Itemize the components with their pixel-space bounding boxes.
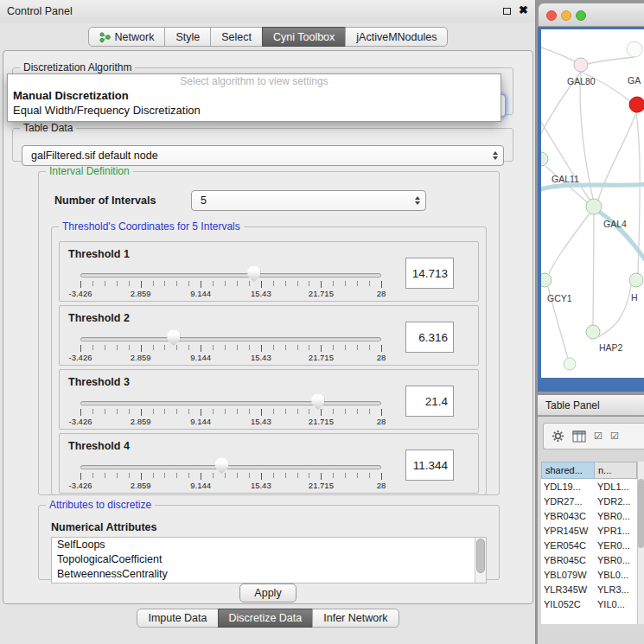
tick-mark bbox=[80, 473, 81, 480]
table-cell[interactable]: YER0... bbox=[595, 538, 637, 552]
attributes-scrollbar[interactable] bbox=[475, 538, 486, 583]
intervals-select[interactable]: 5 bbox=[191, 190, 426, 211]
table-cell[interactable]: YLR3... bbox=[595, 582, 637, 596]
tab-infer-network[interactable]: Infer Network bbox=[312, 609, 399, 628]
column-header[interactable]: n... bbox=[595, 462, 637, 479]
table-data-select[interactable]: galFiltered.sif default node bbox=[22, 145, 504, 166]
table-cell[interactable]: YDL19... bbox=[541, 479, 595, 494]
slider-thumb[interactable] bbox=[247, 266, 260, 282]
threshold-slider[interactable]: -3.4262.8599.14415.4321.71528 bbox=[80, 392, 381, 429]
threshold-value-field[interactable]: 14.713 bbox=[405, 258, 454, 289]
tab-network[interactable]: Network bbox=[88, 27, 166, 47]
tab-jactivemnodules[interactable]: jActiveMNodules bbox=[345, 27, 448, 47]
table-cell[interactable]: YIL052C bbox=[541, 596, 595, 611]
threshold-slider[interactable]: -3.4262.8599.14415.4321.71528 bbox=[80, 328, 381, 365]
float-window-icon[interactable] bbox=[503, 8, 511, 15]
algorithm-option[interactable]: Equal Width/Frequency Discretization bbox=[8, 103, 501, 118]
table-cell[interactable]: YDL1... bbox=[595, 479, 637, 494]
mac-minimize-button[interactable] bbox=[561, 10, 571, 21]
threshold-slider[interactable]: -3.4262.8599.14415.4321.71528 bbox=[80, 265, 381, 301]
table-cell[interactable]: YLR345W bbox=[541, 582, 595, 596]
network-window: GAL80GAGAL11GAL4GCY1HHAP2 bbox=[538, 3, 644, 392]
threshold-value-field[interactable]: 11.344 bbox=[405, 450, 454, 481]
algorithm-option[interactable]: Manual Discretization bbox=[8, 88, 501, 103]
network-node[interactable] bbox=[564, 358, 576, 370]
table-row[interactable]: YIL052CYIL0... bbox=[541, 596, 637, 611]
tab-impute-data[interactable]: Impute Data bbox=[137, 609, 218, 628]
slider-track[interactable] bbox=[80, 337, 381, 341]
mac-close-button[interactable] bbox=[546, 10, 557, 21]
table-cell[interactable]: YBR045C bbox=[541, 552, 595, 567]
table-cell[interactable]: YBL0... bbox=[595, 567, 637, 582]
slider-thumb[interactable] bbox=[311, 394, 324, 410]
table-cell[interactable]: YPR1... bbox=[595, 523, 637, 538]
network-node[interactable] bbox=[574, 58, 588, 72]
slider-track[interactable] bbox=[80, 401, 381, 405]
table-cell[interactable]: YPR145W bbox=[541, 523, 595, 538]
tick-mark bbox=[381, 473, 382, 480]
network-node-label: HAP2 bbox=[599, 342, 623, 353]
threshold-slider[interactable]: -3.4262.8599.14415.4321.71528 bbox=[80, 456, 381, 493]
attribute-item[interactable]: TopologicalCoefficient bbox=[52, 552, 486, 567]
network-node[interactable] bbox=[627, 41, 642, 57]
scale-label: 28 bbox=[377, 481, 386, 490]
table-scrollbar[interactable] bbox=[637, 462, 644, 624]
scale-label: 15.43 bbox=[251, 353, 271, 362]
screen: Control Panel ✖ NetworkStyleSelectCyni T… bbox=[0, 0, 644, 644]
tab-discretize-data[interactable]: Discretize Data bbox=[218, 609, 314, 628]
attribute-item[interactable]: SelfLoops bbox=[52, 538, 486, 552]
table-cell[interactable]: YDR2... bbox=[595, 494, 637, 508]
scale-label: 2.859 bbox=[131, 417, 151, 426]
network-node[interactable] bbox=[541, 152, 548, 166]
columns-icon[interactable] bbox=[572, 430, 586, 443]
slider-ticks bbox=[80, 473, 381, 478]
slider-track[interactable] bbox=[80, 465, 381, 469]
network-node[interactable] bbox=[586, 199, 602, 214]
table-row[interactable]: YBL079WYBL0... bbox=[541, 567, 637, 582]
network-node[interactable] bbox=[629, 273, 643, 287]
threshold-value-field[interactable]: 6.316 bbox=[405, 322, 454, 353]
slider-ticks bbox=[80, 409, 381, 414]
scrollbar-thumb[interactable] bbox=[476, 539, 485, 573]
network-node[interactable] bbox=[541, 273, 552, 287]
scale-label: 28 bbox=[377, 353, 386, 362]
network-canvas[interactable]: GAL80GAGAL11GAL4GCY1HHAP2 bbox=[541, 29, 644, 378]
slider-thumb[interactable] bbox=[215, 458, 228, 474]
table-cell[interactable]: YBL079W bbox=[541, 567, 595, 582]
table-cell[interactable]: YER054C bbox=[541, 538, 595, 552]
checked-box-icon[interactable]: ☑ bbox=[594, 431, 603, 441]
slider-thumb[interactable] bbox=[167, 330, 180, 346]
mac-zoom-button[interactable] bbox=[576, 10, 586, 21]
tab-label: Select bbox=[221, 31, 252, 43]
table-row[interactable]: YBR045CYBR0... bbox=[541, 552, 637, 567]
table-cell[interactable]: YBR0... bbox=[595, 552, 637, 567]
table-row[interactable]: YPR145WYPR1... bbox=[541, 523, 637, 538]
attributes-list[interactable]: SelfLoopsTopologicalCoefficientBetweenne… bbox=[51, 537, 487, 583]
slider-track[interactable] bbox=[80, 273, 381, 277]
table-cell[interactable]: YBR043C bbox=[541, 508, 595, 523]
table-panel-title: Table Panel bbox=[545, 399, 600, 411]
close-icon[interactable]: ✖ bbox=[519, 3, 528, 16]
network-node[interactable] bbox=[629, 97, 644, 112]
tab-cyni-toolbox[interactable]: Cyni Toolbox bbox=[262, 27, 346, 47]
attribute-item[interactable]: BetweennessCentrality bbox=[52, 567, 486, 582]
table-row[interactable]: YDL19...YDL1... bbox=[541, 479, 637, 494]
network-node[interactable] bbox=[586, 325, 600, 339]
apply-button[interactable]: Apply bbox=[239, 583, 296, 603]
table-cell[interactable]: YDR27... bbox=[541, 494, 595, 508]
checked-box-icon[interactable]: ☑ bbox=[610, 431, 619, 441]
scale-label: 21.715 bbox=[309, 417, 334, 426]
algorithm-dropdown-popup: Select algorithm to view settings Manual… bbox=[7, 73, 501, 122]
table-row[interactable]: YLR345WYLR3... bbox=[541, 582, 637, 596]
gear-icon[interactable] bbox=[552, 430, 564, 443]
table-row[interactable]: YER054CYER0... bbox=[541, 538, 637, 552]
table-cell[interactable]: YIL0... bbox=[595, 596, 637, 611]
threshold-value-field[interactable]: 21.4 bbox=[405, 386, 454, 417]
scrollbar-thumb[interactable] bbox=[638, 479, 644, 548]
table-cell[interactable]: YBR0... bbox=[595, 508, 637, 523]
column-header[interactable]: shared... bbox=[541, 462, 595, 479]
table-row[interactable]: YDR27...YDR2... bbox=[541, 494, 637, 508]
tab-select[interactable]: Select bbox=[210, 27, 263, 47]
tab-style[interactable]: Style bbox=[164, 27, 211, 47]
table-row[interactable]: YBR043CYBR0... bbox=[541, 508, 637, 523]
